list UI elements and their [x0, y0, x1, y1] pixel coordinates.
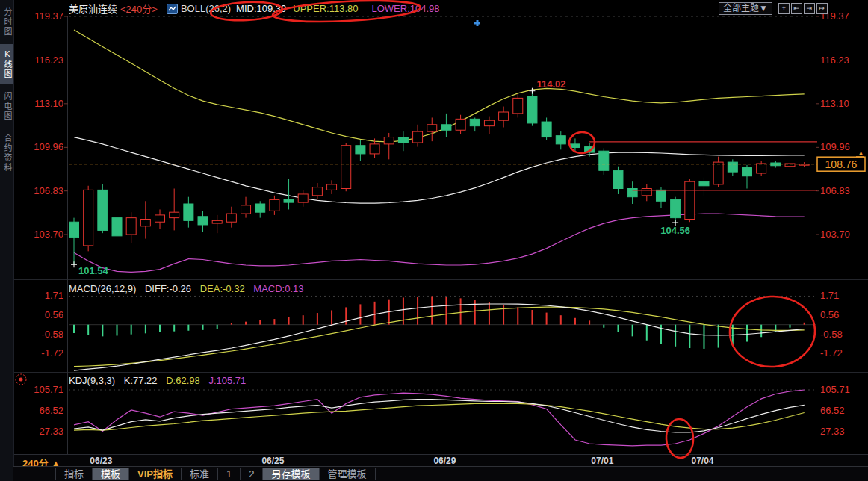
macd-header: MACD(26,12,9) DIFF:-0.26 DEA:-0.32 MACD:… — [69, 283, 304, 294]
macd-macd-value: MACD:0.13 — [253, 283, 303, 294]
candle — [212, 220, 222, 223]
bollinger-bands — [74, 30, 805, 272]
symbol-title: 美原油连续 — [69, 1, 117, 16]
axis-label: 119.37 — [34, 10, 63, 22]
compress-left-icon[interactable]: ⇤ — [791, 3, 802, 14]
date-label: 07/04 — [691, 456, 713, 466]
compress-right-icon[interactable]: ⇥ — [804, 3, 815, 14]
candle — [170, 212, 179, 217]
bottom-tab-indicators[interactable]: 指标 — [55, 468, 93, 480]
candle — [456, 119, 465, 130]
chart-header: 美原油连续 <240分> BOLL(26,2) MID:109.39 UPPER… — [69, 2, 440, 15]
axis-label: 1.71 — [45, 290, 63, 301]
axis-label: 113.10 — [34, 98, 63, 109]
axis-label: 105.71 — [820, 384, 850, 395]
candle — [298, 194, 308, 202]
candle — [255, 204, 265, 212]
price-up-arrow-icon: ▲ — [858, 149, 864, 157]
candle — [98, 190, 108, 230]
axis-label: 103.70 — [820, 229, 850, 240]
axis-label: 103.70 — [34, 229, 63, 240]
kdj-j-value: J:105.71 — [208, 375, 246, 386]
bottom-tab-standard[interactable]: 标准 — [182, 468, 218, 480]
candle — [241, 205, 251, 214]
period-tag: <240分> — [120, 1, 158, 16]
candle — [499, 112, 509, 120]
tool-icon-group: +⇤⇥↦ — [778, 3, 829, 14]
axis-label: 113.10 — [820, 98, 849, 109]
candle — [599, 151, 609, 170]
macd-diff-value: DIFF:-0.26 — [145, 283, 191, 294]
candle — [513, 98, 523, 113]
date-label: 06/29 — [433, 456, 456, 466]
shift-right-icon[interactable]: ↦ — [816, 3, 828, 14]
trading-app-window: 分时图K线图闪电图合约资料 美原油连续 <240分> BOLL(26,2) MI… — [0, 0, 868, 481]
crosshair-tool-icon[interactable]: + — [778, 3, 790, 14]
axis-label: -1.72 — [820, 347, 843, 359]
candle — [155, 215, 165, 222]
candle — [484, 120, 494, 125]
candle — [413, 131, 423, 143]
price-extreme-labels: 101.54114.02104.56 — [71, 78, 690, 277]
date-axis-divider — [66, 455, 66, 467]
candle — [69, 222, 79, 237]
date-label: 06/25 — [261, 456, 284, 466]
indicator-settings-icon[interactable] — [16, 374, 26, 385]
left-sidebar: 分时图K线图闪电图合约资料 — [0, 0, 14, 481]
axis-label: 106.83 — [34, 185, 63, 196]
axis-labels: 119.37119.37116.23116.23113.10113.10109.… — [34, 10, 850, 437]
bottom-tab-template-1[interactable]: 1 — [218, 468, 241, 480]
candle — [656, 190, 666, 201]
price-label: 114.02 — [536, 78, 565, 90]
axis-label: 109.96 — [34, 141, 63, 152]
axis-label: -1.72 — [41, 347, 63, 359]
sidebar-item-timeshare-chart[interactable]: 分时图 — [0, 2, 13, 42]
bottom-tab-bar: 指标模板VIP指标标准12另存模板管理模板 — [13, 466, 868, 481]
candle — [527, 97, 537, 123]
axis-label: 27.33 — [39, 426, 63, 437]
candle — [671, 199, 681, 217]
candle — [427, 125, 437, 131]
bottom-tab-vip-indicators[interactable]: VIP指标 — [129, 468, 182, 480]
candle — [140, 219, 150, 226]
last-price-value: 108.76 — [825, 158, 858, 170]
candle — [556, 136, 565, 144]
sidebar-item-contract-info[interactable]: 合约资料 — [0, 128, 13, 178]
candle — [570, 144, 580, 148]
candle — [341, 146, 351, 189]
sidebar-item-lightning-chart[interactable]: 闪电图 — [0, 87, 13, 126]
chart-canvas: 108.76▲101.54114.02104.56119.37119.37116… — [0, 0, 868, 481]
candle — [370, 144, 379, 154]
bottom-tab-save-as-template[interactable]: 另存模板 — [263, 468, 319, 480]
candle — [112, 218, 122, 236]
all-themes-dropdown[interactable]: 全部主题▼ — [719, 2, 772, 15]
candle — [713, 162, 723, 184]
date-label: 06/23 — [90, 456, 112, 466]
candle — [627, 189, 637, 197]
candle — [84, 190, 93, 246]
macd-panel — [74, 296, 805, 370]
kdj-header: KDJ(9,3,3) K:77.22 D:62.98 J:105.71 — [69, 375, 246, 386]
sidebar-item-kline-chart[interactable]: K线图 — [0, 44, 13, 84]
grid-lines — [13, 16, 868, 454]
bottom-tab-template[interactable]: 模板 — [93, 468, 129, 480]
candle — [327, 184, 337, 190]
candle — [542, 122, 551, 137]
candle — [685, 181, 695, 219]
axis-label: 66.52 — [820, 405, 845, 416]
indicator-chart-icon[interactable] — [167, 4, 178, 14]
candle — [699, 181, 709, 186]
boll-mid-value: MID:109.39 — [236, 3, 286, 14]
bottom-tab-manage-template[interactable]: 管理模板 — [320, 468, 376, 480]
axis-label: -0.58 — [820, 329, 843, 340]
axis-label: 105.71 — [34, 384, 63, 395]
axis-label: 116.23 — [34, 55, 63, 66]
price-label: 101.54 — [78, 265, 109, 276]
kdj-d-value: D:62.98 — [166, 375, 200, 386]
candle — [470, 119, 480, 125]
candle — [184, 204, 193, 220]
candle — [585, 147, 595, 152]
candle — [356, 146, 365, 154]
bottom-tab-template-2[interactable]: 2 — [241, 468, 263, 480]
boll-label: BOLL(26,2) — [181, 3, 231, 14]
